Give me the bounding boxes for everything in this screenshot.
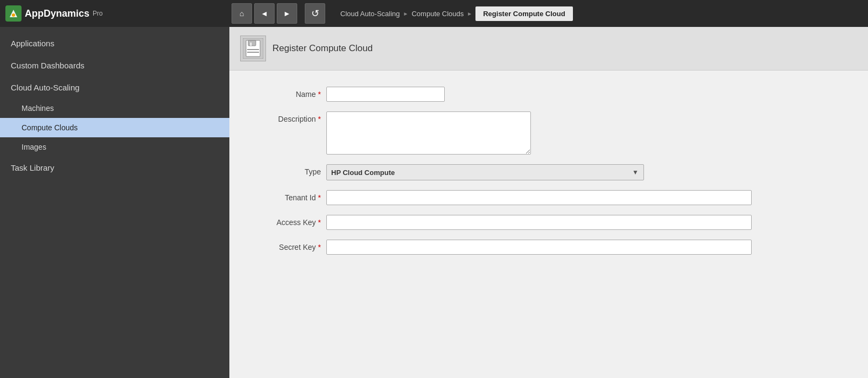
type-select-wrapper: HP Cloud Compute Amazon EC2 OpenStack ▼	[326, 164, 644, 180]
secret-key-label: Secret Key*	[251, 240, 326, 251]
breadcrumb-cloud-auto-scaling[interactable]: Cloud Auto-Scaling	[340, 10, 400, 18]
tenant-id-label: Tenant Id*	[251, 190, 326, 202]
description-required: *	[318, 115, 321, 123]
logo-icon	[5, 5, 22, 22]
access-key-label: Access Key*	[251, 215, 326, 227]
page-title: Register Compute Cloud	[272, 43, 373, 54]
secret-key-input[interactable]	[326, 240, 752, 255]
svg-rect-7	[247, 52, 259, 53]
home-button[interactable]: ⌂	[232, 3, 252, 24]
name-required: *	[318, 90, 321, 99]
name-label: Name*	[251, 87, 326, 99]
form-area: Name* Description* Type HP Cloud Compute	[229, 71, 868, 378]
description-input[interactable]	[326, 111, 531, 155]
nav-area: ⌂ ◄ ► ↺ Cloud Auto-Scaling ► Compute Clo…	[232, 3, 863, 24]
secret-key-required: *	[318, 243, 321, 251]
sidebar-item-task-library[interactable]: Task Library	[0, 157, 229, 179]
logo-pro: Pro	[93, 10, 103, 17]
svg-point-2	[12, 13, 15, 17]
access-key-required: *	[318, 218, 321, 227]
form-row-secret-key: Secret Key*	[251, 240, 846, 255]
page-icon	[240, 36, 266, 61]
tenant-id-input[interactable]	[326, 190, 752, 205]
sidebar-item-cloud-auto-scaling[interactable]: Cloud Auto-Scaling	[0, 76, 229, 99]
description-label: Description*	[251, 111, 326, 123]
breadcrumb-compute-clouds[interactable]: Compute Clouds	[411, 10, 464, 18]
tenant-id-required: *	[318, 193, 321, 202]
sidebar-item-custom-dashboards[interactable]: Custom Dashboards	[0, 54, 229, 76]
logo-area: AppDynamics Pro	[5, 5, 232, 22]
type-label: Type	[251, 164, 326, 176]
form-row-name: Name*	[251, 87, 846, 102]
sidebar: Applications Custom Dashboards Cloud Aut…	[0, 27, 229, 378]
sidebar-item-applications[interactable]: Applications	[0, 32, 229, 54]
breadcrumb-current: Register Compute Cloud	[475, 6, 572, 21]
name-input[interactable]	[326, 87, 445, 102]
form-row-tenant-id: Tenant Id*	[251, 190, 846, 205]
breadcrumb-arrow-1: ►	[403, 11, 409, 17]
back-button[interactable]: ◄	[254, 3, 275, 24]
sidebar-item-images[interactable]: Images	[0, 137, 229, 157]
sidebar-item-compute-clouds[interactable]: Compute Clouds	[0, 118, 229, 137]
type-select[interactable]: HP Cloud Compute Amazon EC2 OpenStack	[326, 164, 644, 180]
refresh-button[interactable]: ↺	[305, 3, 325, 24]
forward-button[interactable]: ►	[277, 3, 297, 24]
form-row-description: Description*	[251, 111, 846, 155]
logo-text: AppDynamics	[25, 8, 89, 19]
content-area: Register Compute Cloud Name* Description…	[229, 27, 868, 378]
svg-rect-5	[248, 40, 256, 46]
svg-rect-6	[247, 49, 259, 50]
form-row-type: Type HP Cloud Compute Amazon EC2 OpenSta…	[251, 164, 846, 180]
page-header: Register Compute Cloud	[229, 27, 868, 71]
sidebar-item-machines[interactable]: Machines	[0, 99, 229, 118]
topbar: AppDynamics Pro ⌂ ◄ ► ↺ Cloud Auto-Scali…	[0, 0, 868, 27]
svg-rect-8	[250, 43, 251, 46]
breadcrumb-arrow-2: ►	[467, 11, 472, 17]
main-layout: Applications Custom Dashboards Cloud Aut…	[0, 27, 868, 378]
form-row-access-key: Access Key*	[251, 215, 846, 230]
access-key-input[interactable]	[326, 215, 752, 230]
breadcrumb: Cloud Auto-Scaling ► Compute Clouds ► Re…	[340, 6, 573, 21]
